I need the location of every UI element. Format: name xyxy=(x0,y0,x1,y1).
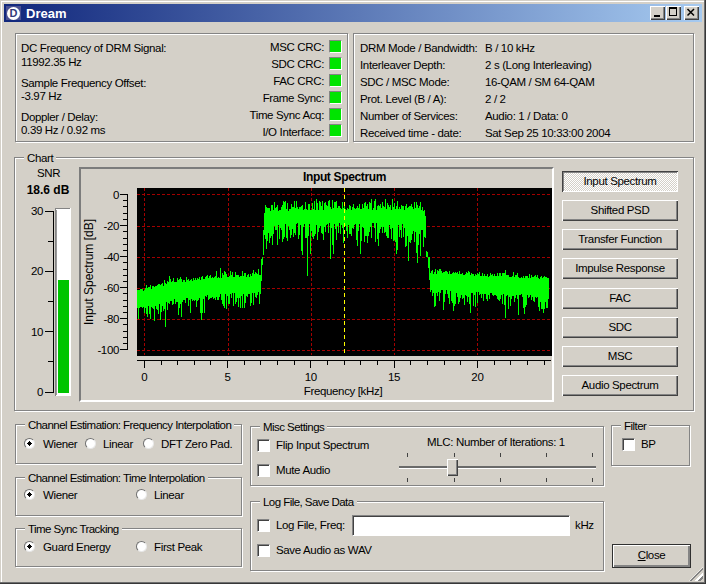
svg-text:0: 0 xyxy=(37,386,43,398)
svg-text:10: 10 xyxy=(305,371,317,383)
svg-text:10: 10 xyxy=(31,326,43,338)
svg-text:5: 5 xyxy=(225,371,231,383)
svg-text:-60: -60 xyxy=(103,282,119,294)
svg-text:18.6 dB: 18.6 dB xyxy=(27,183,70,197)
svg-text:0: 0 xyxy=(113,189,119,201)
svg-text:Input Spectrum: Input Spectrum xyxy=(303,170,386,184)
svg-text:-100: -100 xyxy=(97,344,119,356)
svg-text:-20: -20 xyxy=(103,220,119,232)
svg-text:-80: -80 xyxy=(103,313,119,325)
svg-text:Input Spectrum [dB]: Input Spectrum [dB] xyxy=(82,219,96,325)
svg-text:0: 0 xyxy=(141,371,147,383)
svg-text:20: 20 xyxy=(471,371,483,383)
svg-text:-40: -40 xyxy=(103,251,119,263)
svg-text:30: 30 xyxy=(31,205,43,217)
svg-text:SNR: SNR xyxy=(37,167,60,179)
svg-text:15: 15 xyxy=(388,371,400,383)
svg-text:20: 20 xyxy=(31,265,43,277)
svg-text:Frequency [kHz]: Frequency [kHz] xyxy=(304,385,383,397)
